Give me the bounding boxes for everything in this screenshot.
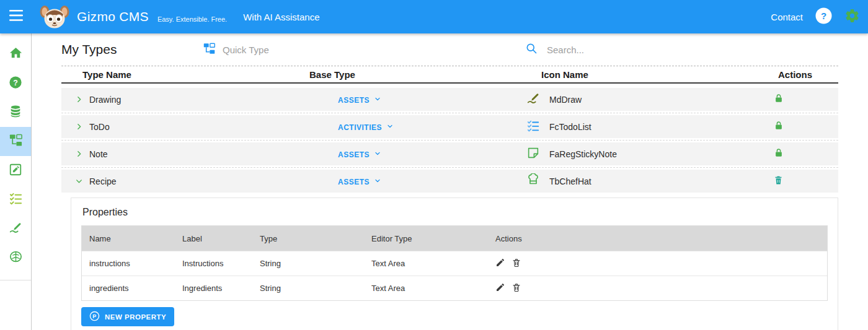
- properties-table: Name Label Type Editor Type Actions inst…: [81, 225, 828, 301]
- quick-type-label: Quick Type: [223, 45, 269, 55]
- base-type-value: ASSETS: [338, 96, 370, 105]
- svg-text:?: ?: [821, 11, 826, 21]
- topbar-right: Contact ?: [771, 7, 868, 27]
- app-title: Gizmo CMS: [77, 9, 149, 24]
- quick-type-icon: [203, 42, 216, 57]
- todo-list-icon: [526, 119, 540, 134]
- lock-icon: [773, 120, 784, 134]
- base-type-select[interactable]: ACTIVITIES: [338, 123, 394, 132]
- new-property-button[interactable]: P NEW PROPERTY: [81, 307, 174, 326]
- base-type-select[interactable]: ASSETS: [338, 150, 381, 159]
- prop-label: Instructions: [175, 259, 252, 268]
- chevron-down-icon: [386, 123, 394, 132]
- properties-panel: Properties Name Label Type Editor Type A…: [71, 198, 838, 330]
- sidebar-item-draw[interactable]: [0, 214, 31, 243]
- properties-table-header: Name Label Type Editor Type Actions: [82, 226, 827, 251]
- page-title: My Types: [61, 42, 203, 57]
- properties-title: Properties: [82, 207, 828, 218]
- edit-property-button[interactable]: [495, 258, 505, 269]
- search-input[interactable]: [546, 44, 812, 56]
- new-property-label: NEW PROPERTY: [105, 313, 166, 321]
- chef-hat-icon: [526, 173, 540, 189]
- prop-header-type: Type: [252, 234, 364, 243]
- delete-property-button[interactable]: [512, 258, 521, 270]
- type-name: Note: [89, 149, 108, 159]
- types-icon: [9, 133, 23, 150]
- sidebar-item-database[interactable]: [0, 98, 31, 127]
- prop-header-name: Name: [82, 234, 175, 243]
- searchbar: [525, 42, 838, 57]
- chevron-down-icon: [374, 95, 381, 105]
- table-row-todo[interactable]: ToDo ACTIVITIES: [61, 115, 838, 138]
- prop-header-editor-type: Editor Type: [364, 234, 488, 243]
- prop-editor-type: Text Area: [364, 259, 488, 268]
- settings-button[interactable]: [844, 8, 860, 26]
- edit-property-button[interactable]: [495, 282, 505, 294]
- app-tagline: Easy. Extensible. Free.: [157, 15, 227, 23]
- property-circle-icon: P: [89, 311, 100, 323]
- sidebar-item-ai[interactable]: [0, 243, 31, 272]
- sidebar-item-edit[interactable]: [0, 156, 31, 185]
- quick-type-button[interactable]: Quick Type: [203, 42, 269, 57]
- base-type-select[interactable]: ASSETS: [338, 177, 381, 186]
- delete-property-button[interactable]: [512, 282, 521, 295]
- help-icon: ?: [815, 7, 832, 27]
- search-icon: [525, 42, 538, 57]
- table-row-drawing[interactable]: Drawing ASSETS MdDraw: [61, 88, 838, 111]
- sidebar-item-todo[interactable]: [0, 185, 31, 214]
- sticky-note-icon: [526, 146, 540, 162]
- prop-header-label: Label: [175, 234, 252, 243]
- type-name: Drawing: [89, 95, 121, 105]
- contact-link[interactable]: Contact: [771, 12, 803, 22]
- property-row-instructions: instructions Instructions String Text Ar…: [82, 251, 827, 276]
- svg-text:?: ?: [13, 78, 18, 87]
- help-button[interactable]: ?: [815, 7, 832, 27]
- chevron-right-icon[interactable]: [75, 95, 83, 103]
- trash-outline-icon: [512, 282, 521, 295]
- icon-name: MdDraw: [549, 95, 582, 105]
- prop-label: Ingredients: [175, 284, 252, 293]
- hamburger-icon: [9, 10, 23, 24]
- sidebar: ?: [0, 33, 32, 330]
- icon-name: FcTodoList: [549, 122, 591, 132]
- gear-icon: [844, 8, 860, 26]
- menu-button[interactable]: [0, 10, 32, 24]
- base-type-value: ACTIVITIES: [338, 123, 382, 132]
- prop-name: ingredients: [82, 284, 175, 293]
- base-type-select[interactable]: ASSETS: [338, 95, 381, 105]
- property-row-ingredients: ingredients Ingredients String Text Area: [82, 276, 827, 300]
- draw-icon: [526, 92, 540, 107]
- pencil-icon: [495, 282, 505, 294]
- trash-icon: [773, 175, 784, 188]
- main-content: My Types Quick Type: [32, 33, 868, 330]
- chevron-right-icon[interactable]: [75, 123, 83, 131]
- prop-editor-type: Text Area: [364, 284, 488, 293]
- chevron-down-icon: [374, 177, 381, 186]
- table-row-recipe[interactable]: Recipe ASSETS TbChefHat: [61, 170, 838, 193]
- lock-icon: [773, 93, 784, 106]
- topbar: Gizmo CMS Easy. Extensible. Free. With A…: [0, 0, 868, 33]
- lock-icon: [773, 147, 784, 161]
- brain-icon: [9, 250, 23, 266]
- icon-name: FaRegStickyNote: [549, 149, 617, 159]
- chevron-right-icon[interactable]: [75, 150, 83, 158]
- delete-type-button[interactable]: [773, 175, 784, 188]
- type-name: ToDo: [89, 122, 110, 132]
- page-toolbar: My Types Quick Type: [61, 33, 838, 66]
- sidebar-divider: [0, 280, 31, 280]
- sidebar-item-help[interactable]: ?: [0, 69, 31, 98]
- prop-type: String: [252, 284, 364, 293]
- chevron-down-icon[interactable]: [75, 177, 83, 185]
- prop-name: instructions: [82, 259, 175, 268]
- app-subtitle: With AI Assistance: [243, 12, 319, 22]
- edit-note-icon: [9, 163, 22, 179]
- prop-type: String: [252, 259, 364, 268]
- header-base-type: Base Type: [297, 69, 502, 80]
- type-name: Recipe: [89, 176, 117, 186]
- icon-name: TbChefHat: [549, 176, 591, 186]
- sidebar-item-home[interactable]: [0, 40, 31, 69]
- header-icon-name: Icon Name: [502, 69, 750, 80]
- base-type-value: ASSETS: [338, 178, 370, 186]
- table-row-note[interactable]: Note ASSETS FaRegStickyNote: [61, 142, 838, 165]
- sidebar-item-types[interactable]: [0, 127, 31, 156]
